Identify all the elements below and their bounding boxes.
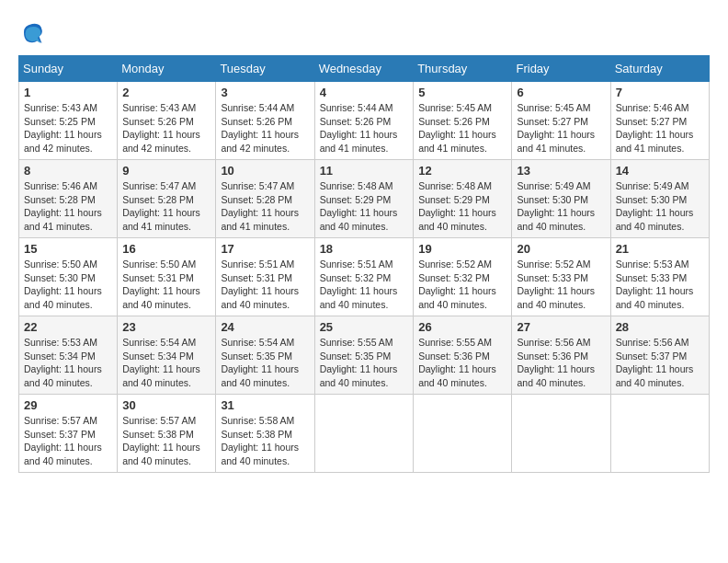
calendar-cell: 31 Sunrise: 5:58 AMSunset: 5:38 PMDaylig… bbox=[216, 395, 314, 473]
day-info: Sunrise: 5:45 AMSunset: 5:27 PMDaylight:… bbox=[517, 101, 605, 155]
calendar-cell: 28 Sunrise: 5:56 AMSunset: 5:37 PMDaylig… bbox=[610, 316, 709, 395]
day-info: Sunrise: 5:50 AMSunset: 5:31 PMDaylight:… bbox=[122, 258, 210, 312]
day-number: 1 bbox=[24, 86, 112, 99]
day-info: Sunrise: 5:49 AMSunset: 5:30 PMDaylight:… bbox=[517, 179, 605, 234]
day-info: Sunrise: 5:46 AMSunset: 5:27 PMDaylight:… bbox=[616, 101, 704, 155]
day-info: Sunrise: 5:53 AMSunset: 5:33 PMDaylight:… bbox=[616, 258, 704, 312]
day-info: Sunrise: 5:57 AMSunset: 5:37 PMDaylight:… bbox=[24, 414, 112, 468]
page-header bbox=[18, 18, 710, 46]
calendar-cell: 3 Sunrise: 5:44 AMSunset: 5:26 PMDayligh… bbox=[216, 82, 314, 160]
day-info: Sunrise: 5:53 AMSunset: 5:34 PMDaylight:… bbox=[24, 336, 112, 390]
calendar-cell bbox=[314, 395, 414, 473]
day-number: 25 bbox=[320, 320, 409, 334]
calendar-cell: 6 Sunrise: 5:45 AMSunset: 5:27 PMDayligh… bbox=[512, 82, 610, 160]
day-info: Sunrise: 5:56 AMSunset: 5:37 PMDaylight:… bbox=[616, 336, 704, 390]
day-info: Sunrise: 5:51 AMSunset: 5:32 PMDaylight:… bbox=[320, 258, 409, 312]
calendar-cell: 29 Sunrise: 5:57 AMSunset: 5:37 PMDaylig… bbox=[19, 395, 118, 473]
calendar-cell: 15 Sunrise: 5:50 AMSunset: 5:30 PMDaylig… bbox=[19, 238, 118, 316]
day-info: Sunrise: 5:47 AMSunset: 5:28 PMDaylight:… bbox=[122, 179, 210, 234]
day-info: Sunrise: 5:51 AMSunset: 5:31 PMDaylight:… bbox=[221, 258, 309, 312]
calendar-header-monday: Monday bbox=[118, 56, 216, 82]
calendar-week-3: 15 Sunrise: 5:50 AMSunset: 5:30 PMDaylig… bbox=[19, 238, 710, 316]
day-number: 22 bbox=[24, 320, 112, 334]
day-info: Sunrise: 5:43 AMSunset: 5:25 PMDaylight:… bbox=[24, 101, 112, 155]
calendar-header-sunday: Sunday bbox=[19, 56, 118, 82]
calendar-cell: 20 Sunrise: 5:52 AMSunset: 5:33 PMDaylig… bbox=[512, 238, 610, 316]
day-info: Sunrise: 5:55 AMSunset: 5:35 PMDaylight:… bbox=[320, 336, 409, 390]
calendar-cell: 23 Sunrise: 5:54 AMSunset: 5:34 PMDaylig… bbox=[118, 316, 216, 395]
day-number: 23 bbox=[122, 320, 210, 334]
day-number: 29 bbox=[24, 398, 112, 412]
day-info: Sunrise: 5:54 AMSunset: 5:34 PMDaylight:… bbox=[122, 336, 210, 390]
day-info: Sunrise: 5:49 AMSunset: 5:30 PMDaylight:… bbox=[616, 179, 704, 234]
day-number: 10 bbox=[221, 164, 309, 178]
day-number: 7 bbox=[616, 86, 704, 99]
day-info: Sunrise: 5:50 AMSunset: 5:30 PMDaylight:… bbox=[24, 258, 112, 312]
calendar-cell: 26 Sunrise: 5:55 AMSunset: 5:36 PMDaylig… bbox=[414, 316, 512, 395]
day-number: 26 bbox=[418, 320, 506, 334]
day-number: 16 bbox=[122, 242, 210, 256]
calendar-cell: 24 Sunrise: 5:54 AMSunset: 5:35 PMDaylig… bbox=[216, 316, 314, 395]
day-info: Sunrise: 5:46 AMSunset: 5:28 PMDaylight:… bbox=[24, 179, 112, 234]
calendar-cell: 19 Sunrise: 5:52 AMSunset: 5:32 PMDaylig… bbox=[414, 238, 512, 316]
calendar-table: SundayMondayTuesdayWednesdayThursdayFrid… bbox=[18, 55, 710, 473]
day-number: 2 bbox=[122, 86, 210, 99]
calendar-header-thursday: Thursday bbox=[414, 56, 512, 82]
day-number: 11 bbox=[320, 164, 409, 178]
calendar-cell bbox=[512, 395, 610, 473]
calendar-cell: 21 Sunrise: 5:53 AMSunset: 5:33 PMDaylig… bbox=[610, 238, 709, 316]
calendar-cell: 5 Sunrise: 5:45 AMSunset: 5:26 PMDayligh… bbox=[414, 82, 512, 160]
calendar-header-row: SundayMondayTuesdayWednesdayThursdayFrid… bbox=[19, 56, 710, 82]
calendar-cell: 1 Sunrise: 5:43 AMSunset: 5:25 PMDayligh… bbox=[19, 82, 118, 160]
day-info: Sunrise: 5:56 AMSunset: 5:36 PMDaylight:… bbox=[517, 336, 605, 390]
calendar-cell: 9 Sunrise: 5:47 AMSunset: 5:28 PMDayligh… bbox=[118, 160, 216, 238]
day-info: Sunrise: 5:48 AMSunset: 5:29 PMDaylight:… bbox=[320, 179, 409, 234]
day-number: 24 bbox=[221, 320, 309, 334]
calendar-week-4: 22 Sunrise: 5:53 AMSunset: 5:34 PMDaylig… bbox=[19, 316, 710, 395]
day-number: 5 bbox=[418, 86, 506, 99]
calendar-cell: 30 Sunrise: 5:57 AMSunset: 5:38 PMDaylig… bbox=[118, 395, 216, 473]
day-number: 8 bbox=[24, 164, 112, 178]
day-info: Sunrise: 5:44 AMSunset: 5:26 PMDaylight:… bbox=[320, 101, 409, 155]
calendar-header-friday: Friday bbox=[512, 56, 610, 82]
day-number: 3 bbox=[221, 86, 309, 99]
calendar-cell: 25 Sunrise: 5:55 AMSunset: 5:35 PMDaylig… bbox=[314, 316, 414, 395]
calendar-cell: 14 Sunrise: 5:49 AMSunset: 5:30 PMDaylig… bbox=[610, 160, 709, 238]
calendar-cell: 2 Sunrise: 5:43 AMSunset: 5:26 PMDayligh… bbox=[118, 82, 216, 160]
calendar-cell: 8 Sunrise: 5:46 AMSunset: 5:28 PMDayligh… bbox=[19, 160, 118, 238]
day-number: 27 bbox=[517, 320, 605, 334]
day-info: Sunrise: 5:44 AMSunset: 5:26 PMDaylight:… bbox=[221, 101, 309, 155]
day-number: 6 bbox=[517, 86, 605, 99]
calendar-cell: 17 Sunrise: 5:51 AMSunset: 5:31 PMDaylig… bbox=[216, 238, 314, 316]
calendar-cell: 4 Sunrise: 5:44 AMSunset: 5:26 PMDayligh… bbox=[314, 82, 414, 160]
day-number: 17 bbox=[221, 242, 309, 256]
calendar-header-wednesday: Wednesday bbox=[314, 56, 414, 82]
day-info: Sunrise: 5:57 AMSunset: 5:38 PMDaylight:… bbox=[122, 414, 210, 468]
calendar-week-1: 1 Sunrise: 5:43 AMSunset: 5:25 PMDayligh… bbox=[19, 82, 710, 160]
calendar-cell: 7 Sunrise: 5:46 AMSunset: 5:27 PMDayligh… bbox=[610, 82, 709, 160]
logo-icon bbox=[18, 18, 46, 46]
logo bbox=[18, 18, 50, 46]
calendar-cell bbox=[610, 395, 709, 473]
day-number: 21 bbox=[616, 242, 704, 256]
day-number: 31 bbox=[221, 398, 309, 412]
day-number: 4 bbox=[320, 86, 409, 99]
day-number: 14 bbox=[616, 164, 704, 178]
day-info: Sunrise: 5:55 AMSunset: 5:36 PMDaylight:… bbox=[418, 336, 506, 390]
calendar-cell: 18 Sunrise: 5:51 AMSunset: 5:32 PMDaylig… bbox=[314, 238, 414, 316]
calendar-cell: 12 Sunrise: 5:48 AMSunset: 5:29 PMDaylig… bbox=[414, 160, 512, 238]
day-info: Sunrise: 5:52 AMSunset: 5:32 PMDaylight:… bbox=[418, 258, 506, 312]
day-info: Sunrise: 5:58 AMSunset: 5:38 PMDaylight:… bbox=[221, 414, 309, 468]
day-number: 28 bbox=[616, 320, 704, 334]
calendar-cell: 16 Sunrise: 5:50 AMSunset: 5:31 PMDaylig… bbox=[118, 238, 216, 316]
day-info: Sunrise: 5:54 AMSunset: 5:35 PMDaylight:… bbox=[221, 336, 309, 390]
day-number: 13 bbox=[517, 164, 605, 178]
calendar-header-tuesday: Tuesday bbox=[216, 56, 314, 82]
calendar-cell bbox=[414, 395, 512, 473]
day-number: 12 bbox=[418, 164, 506, 178]
calendar-week-5: 29 Sunrise: 5:57 AMSunset: 5:37 PMDaylig… bbox=[19, 395, 710, 473]
day-info: Sunrise: 5:52 AMSunset: 5:33 PMDaylight:… bbox=[517, 258, 605, 312]
calendar-cell: 10 Sunrise: 5:47 AMSunset: 5:28 PMDaylig… bbox=[216, 160, 314, 238]
day-number: 19 bbox=[418, 242, 506, 256]
calendar-header-saturday: Saturday bbox=[610, 56, 709, 82]
